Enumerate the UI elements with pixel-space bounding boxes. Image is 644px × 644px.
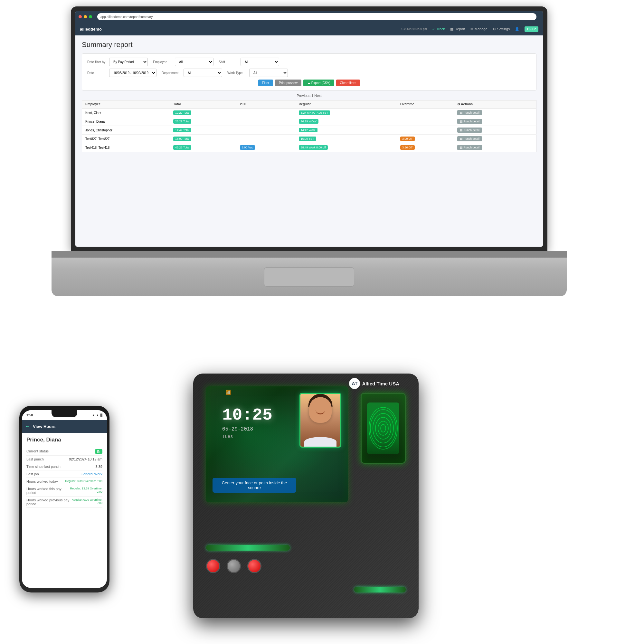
device-wifi-icon: 📶 bbox=[225, 390, 231, 395]
nav-report[interactable]: ▦ Report bbox=[450, 27, 465, 31]
phone-header: ← View Hours bbox=[22, 420, 107, 433]
phone-time: 1:58 bbox=[26, 413, 33, 417]
punch-detail-button[interactable]: ▦ Punch detail bbox=[457, 110, 482, 115]
app-nav: 10/14/2019 3:39 pm ✓ Track ▦ Report ✏ Ma… bbox=[401, 26, 538, 32]
actions-icon: ⚙ bbox=[457, 102, 460, 106]
phone-row-label: Current status bbox=[26, 449, 49, 454]
phone-body: 1:58 ▲ ▲ ▓ ← View Hours Prince, Diana Cu… bbox=[19, 406, 109, 592]
report-icon: ▦ bbox=[450, 27, 453, 31]
table-row: Kent, Clark 12:29 Total 5:24 MKTG 7:05 T… bbox=[82, 108, 536, 117]
device-button-gray[interactable] bbox=[227, 559, 241, 573]
phone-wifi-icon: ▲ bbox=[92, 413, 95, 417]
phone-header-title: View Hours bbox=[33, 424, 56, 429]
phone-row-value: Regular: 3:39 Overtime: 0:00 bbox=[65, 479, 102, 483]
browser-address-bar[interactable]: app.allieddemo.com/report/summary bbox=[97, 13, 536, 20]
clear-filters-button[interactable]: Clear filters bbox=[336, 80, 360, 86]
phone-data-row: Current status IN bbox=[26, 448, 102, 456]
table-row: Prince, Diana 26:29 Total 26:29 WOW ▦ Pu… bbox=[82, 117, 536, 126]
page-title: Summary report bbox=[82, 41, 536, 49]
browser-maximize-dot[interactable] bbox=[89, 15, 92, 18]
phone-status-icons: ▲ ▲ ▓ bbox=[92, 413, 102, 417]
filter-button[interactable]: Filter bbox=[258, 80, 273, 86]
cell-total: 18:00 Total bbox=[170, 135, 237, 143]
phone-row-label: Hours worked this pay period bbox=[26, 487, 68, 495]
cell-overtime bbox=[397, 126, 454, 135]
device-face-frame bbox=[299, 393, 341, 448]
app-content: Summary report Date filter by By Pay Per… bbox=[75, 35, 543, 247]
cell-overtime: 3:36 OT bbox=[397, 143, 454, 152]
laptop-trackpad[interactable] bbox=[264, 267, 354, 287]
browser-minimize-dot[interactable] bbox=[84, 15, 87, 18]
phone-row-value: General Work bbox=[81, 472, 102, 476]
cell-employee: Jones, Christopher bbox=[82, 126, 170, 135]
cell-actions: ▦ Punch detail bbox=[454, 126, 536, 135]
device-green-bar-top bbox=[206, 545, 290, 551]
phone-employee-name: Prince, Diana bbox=[26, 437, 102, 443]
phone-back-button[interactable]: ← bbox=[25, 423, 30, 429]
cell-regular: 28:49 Work 8:00 off bbox=[296, 143, 397, 152]
device-button-red-2[interactable] bbox=[247, 559, 261, 573]
phone-row-value: 3:39 bbox=[96, 465, 102, 469]
nav-manage[interactable]: ✏ Manage bbox=[470, 27, 488, 31]
phone-data-row: Hours worked previous pay period Regular… bbox=[26, 497, 102, 508]
cell-pto bbox=[237, 108, 296, 117]
device-buttons-row bbox=[206, 559, 261, 573]
phone-content: Prince, Diana Current status IN Last pun… bbox=[22, 433, 107, 512]
phone-row-label: Hours worked today bbox=[26, 479, 58, 483]
date-filter-select[interactable]: By Pay Period bbox=[109, 58, 148, 66]
department-select[interactable]: All bbox=[184, 69, 222, 77]
phone-data-row: Hours worked this pay period Regular: 13… bbox=[26, 485, 102, 497]
brand-name: Allied Time USA bbox=[362, 381, 399, 386]
device-button-red-1[interactable] bbox=[206, 559, 220, 573]
cell-actions: ▦ Punch detail bbox=[454, 117, 536, 126]
filter-group-shift: Shift All bbox=[219, 58, 279, 66]
cell-regular: 26:29 WOW bbox=[296, 117, 397, 126]
laptop-screen-outer: app.allieddemo.com/report/summary allied… bbox=[71, 6, 547, 251]
date-filter-label: Date filter by bbox=[87, 60, 107, 64]
laptop-hinge bbox=[52, 251, 567, 258]
face-smile bbox=[316, 410, 325, 414]
device-face-inner bbox=[300, 394, 340, 447]
cell-regular: 5:24 MKTG 7:05 TST bbox=[296, 108, 397, 117]
browser-close-dot[interactable] bbox=[79, 15, 82, 18]
cell-pto: 8:00 Vac bbox=[237, 143, 296, 152]
time-clock-device: AT Allied Time USA 📶 10:25 05-29-2018 Tu… bbox=[161, 374, 451, 631]
punch-detail-button[interactable]: ▦ Punch detail bbox=[457, 136, 482, 141]
phone-row-label: Last job bbox=[26, 472, 39, 476]
work-type-select[interactable]: All bbox=[249, 69, 288, 77]
app-header: allieddemo 10/14/2019 3:39 pm ✓ Track ▦ … bbox=[75, 23, 543, 35]
phone-row-value: 02/12/2024 10:19 am bbox=[69, 457, 102, 461]
print-preview-button[interactable]: Print preview bbox=[275, 80, 301, 86]
manage-icon: ✏ bbox=[470, 27, 473, 31]
punch-detail-button[interactable]: ▦ Punch detail bbox=[457, 145, 482, 150]
col-header-total: Total bbox=[170, 100, 237, 109]
phone-data-row: Time since last punch 3:39 bbox=[26, 463, 102, 470]
date-select[interactable]: 10/03/2019 - 10/09/2019 bbox=[109, 69, 156, 77]
cell-regular: 15:00 TST bbox=[296, 135, 397, 143]
cell-total: 14:42 Total bbox=[170, 126, 237, 135]
phone-signal-icon: ▲ bbox=[96, 413, 99, 417]
employee-filter-label: Employee bbox=[153, 60, 172, 64]
brand-logo-circle: AT bbox=[349, 378, 360, 389]
export-icon: ☁ bbox=[307, 81, 311, 85]
employee-filter-select[interactable]: All bbox=[175, 58, 213, 66]
phone-row-label: Hours worked previous pay period bbox=[26, 498, 71, 506]
export-csv-button[interactable]: ☁ Export (CSV) bbox=[303, 80, 334, 86]
shift-filter-select[interactable]: All bbox=[241, 58, 279, 66]
cell-employee: Prince, Diana bbox=[82, 117, 170, 126]
nav-track[interactable]: ✓ Track bbox=[432, 27, 445, 31]
device-date: 05-29-2018 bbox=[222, 426, 253, 432]
col-header-overtime: Overtime bbox=[397, 100, 454, 109]
app-logo: allieddemo bbox=[80, 27, 102, 32]
face-head bbox=[309, 397, 332, 423]
nav-settings[interactable]: ⚙ Settings bbox=[493, 27, 510, 31]
punch-detail-button[interactable]: ▦ Punch detail bbox=[457, 128, 482, 133]
help-button[interactable]: HELP bbox=[525, 26, 538, 32]
table-row: Test418, Test418 43:25 Total 8:00 Vac 28… bbox=[82, 143, 536, 152]
filter-buttons: Filter Print preview ☁ Export (CSV) Clea… bbox=[87, 80, 531, 86]
cell-employee: Test418, Test418 bbox=[82, 143, 170, 152]
punch-detail-button[interactable]: ▦ Punch detail bbox=[457, 119, 482, 124]
phone-data-row: Last job General Work bbox=[26, 470, 102, 478]
col-header-actions: ⚙ Actions bbox=[454, 100, 536, 109]
col-header-pto: PTO bbox=[237, 100, 296, 109]
